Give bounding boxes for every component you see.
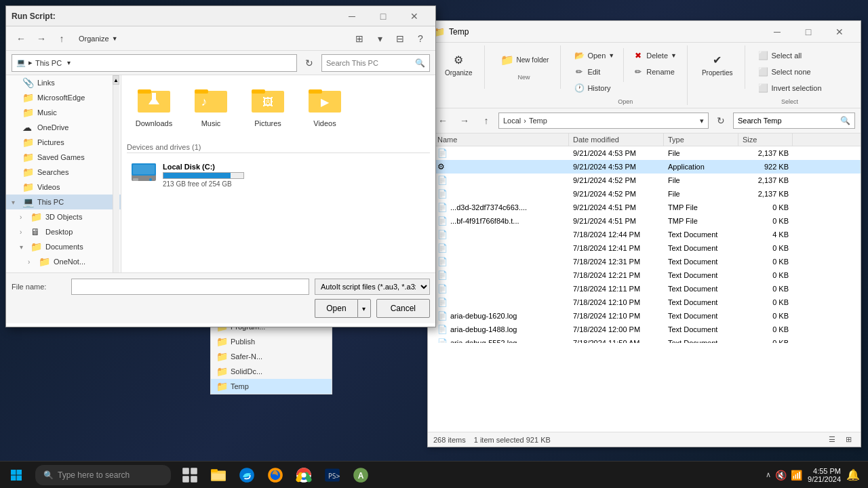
folder-music[interactable]: ♪ Music [184,81,238,132]
folder-videos[interactable]: ▶ Videos [298,81,352,132]
addr-refresh-btn[interactable]: ↻ [300,54,319,73]
open-dropdown-btn[interactable]: ▾ [357,299,371,318]
search-box-temp[interactable]: 🔍 [733,113,855,129]
select-none-btn[interactable]: ⬜ Select none [753,64,827,79]
sidebar-desktop[interactable]: › 🖥 Desktop [6,224,121,239]
details-view-btn[interactable]: ⊞ [842,433,855,447]
properties-btn[interactable]: ✔ Properties [696,48,739,80]
scroll-up-btn[interactable]: ▲ [113,75,119,85]
col-size[interactable]: Size [738,134,793,146]
dialog-maximize-btn[interactable]: □ [368,5,399,27]
folder-downloads[interactable]: Downloads [127,81,181,132]
task-view-btn[interactable] [176,462,203,489]
back-btn[interactable]: ← [433,111,452,130]
dialog-main[interactable]: Downloads ♪ Music [121,75,435,272]
refresh-btn[interactable]: ↻ [711,111,730,130]
dialog-search-input[interactable] [326,59,412,67]
table-row[interactable]: 📄 aria-debug-5552.log 7/18/2024 11:50 AM… [428,336,861,343]
folder-pictures[interactable]: 🖼 Pictures [241,81,295,132]
delete-dropdown-btn[interactable]: ✖ Delete ▼ [628,48,682,63]
file-list-body[interactable]: 📄 9/21/2024 4:53 PM File 2,137 KB ⚙ 9/21… [428,146,861,343]
sidebar-microsoftedge[interactable]: 📁 MicrosoftEdge [6,90,121,105]
cancel-btn[interactable]: Cancel [376,299,430,318]
sidebar-this-pc[interactable]: ▾ 💻 This PC [6,195,121,209]
table-row[interactable]: 📄 7/18/2024 12:41 PM Text Document 0 KB [428,241,861,255]
up-btn[interactable]: ↑ [477,111,496,130]
organize-btn[interactable]: Organize ▼ [73,32,124,45]
dialog-up-btn[interactable]: ↑ [52,29,71,48]
dialog-minimize-btn[interactable]: ─ [336,5,368,27]
new-folder-btn[interactable]: 📁 New folder [493,48,555,71]
dialog-search-box[interactable]: 🔍 [321,54,430,72]
taskbar-search[interactable]: 🔍 Type here to search [35,465,171,485]
taskbar-clock[interactable]: 4:55 PM 9/21/2024 [808,467,841,483]
folder-safer[interactable]: 📁 Safer-N... [211,349,332,364]
table-row[interactable]: 📄 7/18/2024 12:10 PM Text Document 0 KB [428,296,861,309]
close-button[interactable]: ✕ [824,21,855,43]
sidebar-links[interactable]: 📎 Links [6,75,121,90]
breadcrumb[interactable]: Local › Temp ▾ [498,113,709,129]
dialog-forward-btn[interactable]: → [32,29,51,48]
sidebar-documents[interactable]: ▾ 📁 Documents [6,239,121,254]
sidebar-onedrive[interactable]: ☁ OneDrive [6,120,121,135]
dialog-close-btn[interactable]: ✕ [399,5,430,27]
col-type[interactable]: Type [664,134,738,146]
file-explorer-taskbar-btn[interactable] [205,462,232,489]
table-row[interactable]: 📄 7/18/2024 12:11 PM Text Document 0 KB [428,282,861,296]
sidebar-music[interactable]: 📁 Music [6,105,121,120]
chevron-up-icon[interactable]: ∧ [766,470,771,479]
select-all-btn[interactable]: ⬜ Select all [753,48,827,63]
help-btn[interactable]: ? [411,29,430,48]
view-details-btn[interactable]: ▾ [370,29,389,48]
dialog-back-btn[interactable]: ← [12,29,31,48]
table-row[interactable]: 📄 ...d3d-32df7374c663.... 9/21/2024 4:51… [428,201,861,214]
table-row[interactable]: 📄 ...bf-4f91f766f84b.t... 9/21/2024 4:51… [428,214,861,228]
table-row[interactable]: ⚙ 9/21/2024 4:53 PM Application 922 KB [428,160,861,174]
address-bar[interactable]: 💻 ▸ This PC ▾ [12,54,297,72]
forward-btn[interactable]: → [455,111,474,130]
terminal-taskbar-btn[interactable]: PS> [319,462,346,489]
table-row[interactable]: 📄 aria-debug-1620.log 7/18/2024 12:10 PM… [428,309,861,323]
table-row[interactable]: 📄 7/18/2024 12:44 PM Text Document 4 KB [428,228,861,241]
sidebar-3d-objects[interactable]: › 📁 3D Objects [6,209,121,224]
open-btn[interactable]: Open [315,299,357,318]
start-button[interactable] [0,462,33,489]
invert-selection-btn[interactable]: ⬜ Invert selection [753,81,827,96]
firefox-taskbar-btn[interactable] [262,462,289,489]
list-view-btn[interactable]: ☰ [825,433,839,447]
history-btn[interactable]: 🕐 History [569,81,619,96]
minimize-button[interactable]: ─ [762,21,793,43]
edge-taskbar-btn[interactable] [233,462,260,489]
table-row[interactable]: 📄 aria-debug-1488.log 7/18/2024 12:00 PM… [428,323,861,336]
open-dropdown-btn[interactable]: 📂 Open ▼ [569,48,619,63]
col-name[interactable]: Name [433,134,569,146]
rename-btn[interactable]: ✏ Rename [628,64,682,79]
sidebar-onenote[interactable]: › 📁 OneNot... [6,254,121,269]
table-row[interactable]: 📄 7/18/2024 12:31 PM Text Document 0 KB [428,255,861,268]
sidebar-searches[interactable]: 📁 Searches [6,165,121,180]
table-row[interactable]: 📄 9/21/2024 4:53 PM File 2,137 KB [428,146,861,160]
drive-c[interactable]: Local Disk (C:) 213 GB free of 254 GB [127,156,430,195]
filename-input[interactable] [71,279,309,295]
search-input-temp[interactable] [738,117,837,125]
sidebar-videos[interactable]: 📁 Videos [6,180,121,195]
notification-icon[interactable]: 🔔 [846,468,860,481]
table-row[interactable]: 📄 9/21/2024 4:52 PM File 2,137 KB [428,174,861,187]
select-group-label: Select [781,98,798,105]
col-date[interactable]: Date modified [569,134,664,146]
edit-btn[interactable]: ✏ Edit [569,64,619,79]
chrome-taskbar-btn[interactable] [290,462,317,489]
folder-soliddc[interactable]: 📁 SolidDc... [211,364,332,379]
folder-temp[interactable]: 📁 Temp [211,379,332,394]
organize-dropdown-btn[interactable]: ⚙ Organize [439,48,479,80]
sidebar-saved-games[interactable]: 📁 Saved Games [6,150,121,165]
sidebar-pictures[interactable]: 📁 Pictures [6,135,121,150]
table-row[interactable]: 📄 7/18/2024 12:21 PM Text Document 0 KB [428,268,861,282]
folder-publish[interactable]: 📁 Publish [211,334,332,349]
layout-btn[interactable]: ⊟ [391,29,410,48]
autoit-taskbar-btn[interactable]: A [347,462,374,489]
view-btn[interactable]: ⊞ [350,29,369,48]
maximize-button[interactable]: □ [793,21,824,43]
table-row[interactable]: 📄 9/21/2024 4:52 PM File 2,137 KB [428,187,861,201]
filetype-select[interactable]: AutoIt script files (*.au3, *.a3x) [315,279,430,295]
